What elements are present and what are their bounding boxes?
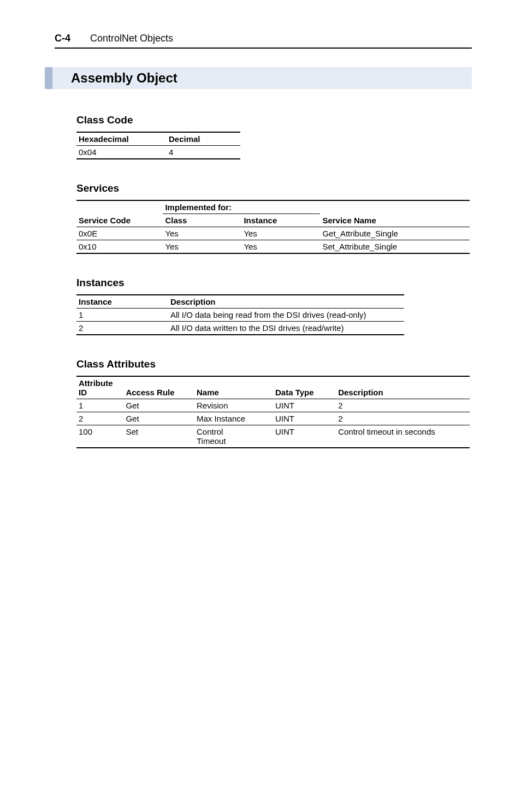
col-description: Description [168,295,404,309]
section-title: Assembly Object [45,67,472,89]
cell: UINT [273,399,336,412]
table-row: Hexadecimal Decimal [76,132,240,146]
cell: UINT [273,425,336,448]
page: C-4 ControlNet Objects Assembly Object C… [0,0,521,492]
cell: 0x10 [76,240,163,254]
cell: Control Timeout [194,425,273,448]
col-access-rule: Access Rule [123,376,194,399]
col-class: Class [163,214,241,227]
cell: Get [123,399,194,412]
cell: Control timeout in seconds [336,425,470,448]
cell: Yes [163,240,241,254]
text: Control [197,427,223,436]
heading-services: Services [76,182,472,194]
table-row: 1 All I/O data being read from the DSI d… [76,309,404,322]
col-implemented: Implemented for: [163,200,320,214]
cell: 0x04 [76,146,167,159]
table-row: 100 Set Control Timeout UINT Control tim… [76,425,470,448]
cell: All I/O data written to the DSI drives (… [168,322,404,335]
cell: Set [123,425,194,448]
table-row: 2 Get Max Instance UINT 2 [76,412,470,425]
heading-instances: Instances [76,277,472,289]
text: ID [79,388,87,397]
cell: Yes [241,240,320,254]
cell: Revision [194,399,273,412]
cell: 2 [76,322,168,335]
table-row: Attribute ID Access Rule Name Data Type … [76,376,470,399]
table-instances: Instance Description 1 All I/O data bein… [76,294,404,335]
col-service-name: Service Name [320,214,470,227]
col-instance: Instance [241,214,320,227]
text: Attribute [79,378,113,388]
cell: Yes [163,227,241,240]
cell: 0x0E [76,227,163,240]
table-class-attributes: Attribute ID Access Rule Name Data Type … [76,376,470,448]
cell: Yes [241,227,320,240]
cell: Max Instance [194,412,273,425]
table-row: Instance Description [76,295,404,309]
page-header: C-4 ControlNet Objects [55,33,472,49]
table-row: Implemented for: [76,200,470,214]
cell: All I/O data being read from the DSI dri… [168,309,404,322]
cell: Set_Attribute_Single [320,240,470,254]
col-attribute-id: Attribute ID [76,376,123,399]
cell: 4 [167,146,240,159]
col-service-code: Service Code [76,214,163,227]
col-name: Name [194,376,273,399]
table-row: 0x10 Yes Yes Set_Attribute_Single [76,240,470,254]
col-hex: Hexadecimal [76,132,167,146]
col-description: Description [336,376,470,399]
cell: UINT [273,412,336,425]
heading-class-attributes: Class Attributes [76,358,472,370]
table-row: 2 All I/O data written to the DSI drives… [76,322,404,335]
table-services: Implemented for: Service Code Class Inst… [76,200,470,254]
cell: 2 [336,412,470,425]
col-data-type: Data Type [273,376,336,399]
cell: 2 [76,412,123,425]
cell: 100 [76,425,123,448]
col-dec: Decimal [167,132,240,146]
cell: Get [123,412,194,425]
table-row: 1 Get Revision UINT 2 [76,399,470,412]
cell: 1 [76,309,168,322]
header-title: ControlNet Objects [90,33,173,44]
cell-empty [320,200,470,214]
text: Timeout [197,436,226,446]
content: Class Code Hexadecimal Decimal 0x04 4 Se… [76,114,472,448]
cell: Get_Attribute_Single [320,227,470,240]
table-class-code: Hexadecimal Decimal 0x04 4 [76,132,240,159]
cell: 1 [76,399,123,412]
cell-empty [76,200,163,214]
col-instance: Instance [76,295,168,309]
table-row: 0x04 4 [76,146,240,159]
heading-class-code: Class Code [76,114,472,126]
page-number: C-4 [55,33,70,44]
cell: 2 [336,399,470,412]
table-row: 0x0E Yes Yes Get_Attribute_Single [76,227,470,240]
table-row: Service Code Class Instance Service Name [76,214,470,227]
